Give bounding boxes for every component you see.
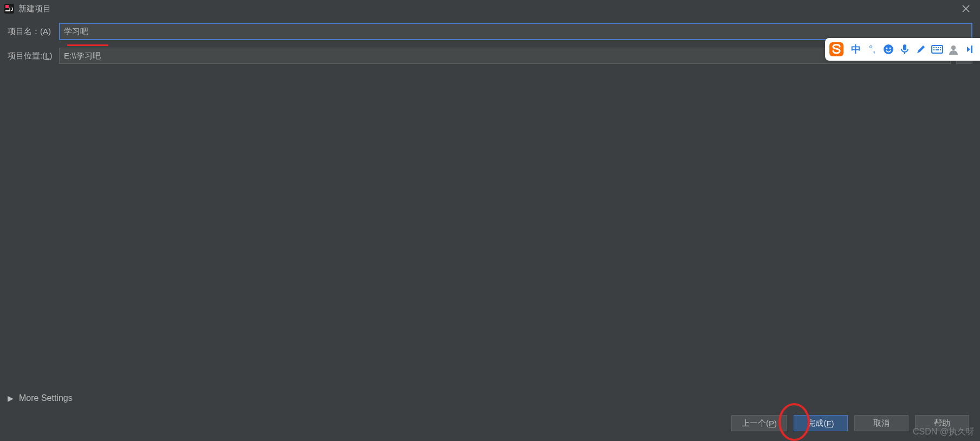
svg-point-20 bbox=[951, 46, 956, 50]
previous-button[interactable]: 上一个(P) bbox=[731, 415, 787, 431]
cancel-button[interactable]: 取消 bbox=[854, 415, 908, 431]
window-title: 新建项目 bbox=[18, 4, 51, 14]
sogou-s-icon bbox=[828, 41, 845, 57]
ime-keyboard-button[interactable] bbox=[929, 41, 945, 57]
svg-rect-13 bbox=[933, 47, 934, 48]
project-location-input[interactable] bbox=[59, 48, 951, 64]
finish-button[interactable]: 完成(F) bbox=[794, 415, 848, 431]
button-bar: 上一个(P) 完成(F) 取消 帮助 bbox=[731, 415, 969, 431]
svg-rect-14 bbox=[936, 47, 937, 48]
ime-mic-button[interactable] bbox=[897, 41, 913, 57]
ime-user-button[interactable] bbox=[945, 41, 962, 57]
collapse-icon bbox=[966, 44, 973, 54]
mic-icon bbox=[900, 44, 910, 55]
svg-rect-19 bbox=[940, 49, 941, 50]
app-icon: IJ bbox=[4, 4, 14, 14]
more-settings-label: More Settings bbox=[19, 393, 73, 403]
more-settings-expander[interactable]: ▶ More Settings bbox=[8, 393, 73, 403]
svg-rect-15 bbox=[938, 47, 939, 48]
svg-rect-18 bbox=[936, 49, 939, 50]
svg-point-9 bbox=[889, 47, 891, 49]
ime-lang-button[interactable]: 中 bbox=[848, 41, 864, 57]
emoji-icon bbox=[883, 44, 894, 55]
svg-point-8 bbox=[886, 47, 887, 49]
user-icon bbox=[948, 44, 959, 55]
keyboard-icon bbox=[931, 45, 943, 54]
svg-rect-17 bbox=[933, 49, 934, 50]
project-name-row: 项目名：(A) bbox=[8, 23, 972, 40]
close-icon bbox=[962, 5, 970, 12]
project-name-label: 项目名：(A) bbox=[8, 27, 59, 37]
svg-rect-1 bbox=[5, 5, 9, 8]
svg-rect-21 bbox=[971, 46, 972, 53]
ime-toolbar: 中 °, bbox=[825, 38, 980, 61]
svg-rect-10 bbox=[903, 44, 906, 50]
help-button[interactable]: 帮助 bbox=[915, 415, 969, 431]
close-button[interactable] bbox=[956, 1, 976, 16]
svg-point-7 bbox=[884, 44, 893, 54]
titlebar: IJ 新建项目 bbox=[0, 0, 980, 17]
svg-rect-16 bbox=[940, 47, 941, 48]
ime-collapse-button[interactable] bbox=[962, 41, 978, 57]
chevron-right-icon: ▶ bbox=[8, 394, 14, 403]
annotation-underline bbox=[67, 44, 108, 46]
ime-emoji-button[interactable] bbox=[880, 41, 897, 57]
pencil-icon bbox=[916, 44, 926, 55]
svg-text:IJ: IJ bbox=[9, 7, 14, 12]
project-location-label: 项目位置:(L) bbox=[8, 51, 59, 61]
ime-logo[interactable] bbox=[826, 39, 847, 60]
ime-edit-button[interactable] bbox=[913, 41, 929, 57]
ime-punctuation-button[interactable]: °, bbox=[864, 41, 880, 57]
